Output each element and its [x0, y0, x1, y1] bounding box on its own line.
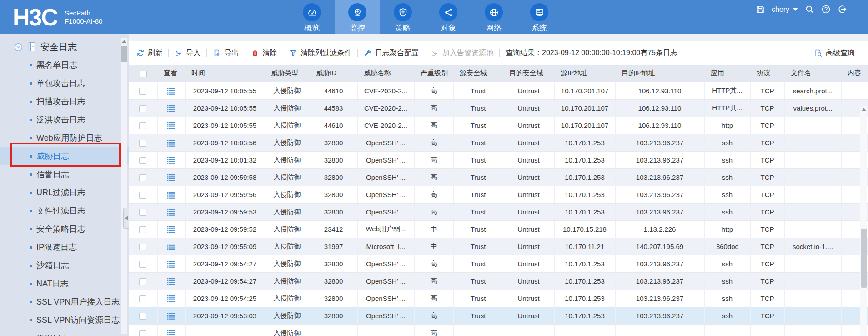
sidebar-item-reputation-log[interactable]: 信誉日志 — [0, 165, 129, 183]
sidebar-item-ssl-vpn-resource-access-log[interactable]: SSL VPN访问资源日志 — [0, 311, 129, 329]
view-details-button[interactable] — [167, 105, 175, 112]
row-checkbox[interactable] — [139, 88, 146, 95]
row-checkbox[interactable] — [139, 330, 146, 336]
tab-policy[interactable]: 策略 — [380, 0, 426, 34]
sidebar-item-flood-attack-log[interactable]: 泛洪攻击日志 — [0, 111, 129, 129]
toolbar-export-button[interactable]: 导出 — [213, 48, 239, 58]
logout-button[interactable] — [838, 5, 847, 14]
view-details-button[interactable] — [167, 261, 175, 268]
table-row[interactable]: 2023-09-12 10:05:55入侵防御44610CVE-2020-2..… — [129, 117, 868, 134]
column-header-dst_zone[interactable]: 目的安全域 — [503, 65, 554, 82]
help-button[interactable] — [821, 5, 831, 14]
row-checkbox[interactable] — [139, 140, 146, 147]
column-header-app[interactable]: 应用 — [704, 65, 750, 82]
view-details-button[interactable] — [167, 88, 175, 95]
view-details-button[interactable] — [167, 278, 175, 285]
view-details-button[interactable] — [167, 226, 175, 233]
column-header-file[interactable]: 文件名 — [784, 65, 841, 82]
collapse-circle-icon[interactable] — [14, 42, 23, 52]
view-details-button[interactable] — [167, 192, 175, 199]
view-details-button[interactable] — [167, 140, 175, 147]
table-row[interactable]: 2023-09-12 09:59:56入侵防御32800OpenSSH’ ...… — [129, 186, 868, 203]
row-checkbox[interactable] — [139, 226, 146, 233]
scroll-up-arrow-icon[interactable] — [862, 108, 866, 111]
user-menu[interactable]: chery — [772, 5, 798, 14]
toolbar-clear-column-filter-button[interactable]: 清除列过滤条件 — [289, 48, 351, 58]
save-config-button[interactable] — [756, 5, 765, 14]
table-row[interactable]: 2023-09-12 10:01:32入侵防御32800OpenSSH’ ...… — [129, 151, 868, 168]
column-header-view[interactable]: 查看 — [157, 65, 185, 82]
column-header-tid[interactable]: 威胁ID — [310, 65, 357, 82]
tab-network[interactable]: 网络 — [471, 0, 517, 34]
column-header-proto[interactable]: 协议 — [750, 65, 784, 82]
column-header-dst_ip[interactable]: 目的IP地址 — [615, 65, 704, 82]
view-details-button[interactable] — [167, 244, 175, 250]
table-row[interactable]: 2023-09-12 09:53:03入侵防御32800OpenSSH’ ...… — [129, 307, 868, 324]
table-scrollbar[interactable] — [860, 106, 867, 336]
view-details-button[interactable] — [167, 313, 175, 320]
row-checkbox[interactable] — [139, 295, 146, 302]
toolbar-refresh-button[interactable]: 刷新 — [136, 48, 162, 58]
toolbar-add-to-alarm-pool-button[interactable]: 加入告警资源池 — [431, 48, 493, 58]
scrollbar-thumb[interactable] — [121, 46, 127, 62]
table-row[interactable]: 2023-09-12 09:54:27入侵防御32800OpenSSH’ ...… — [129, 272, 868, 290]
table-row[interactable]: 2023-09-12 10:05:55入侵防御44610CVE-2020-2..… — [129, 82, 868, 99]
scrollbar-thumb[interactable] — [861, 229, 867, 288]
table-row[interactable]: 2023-09-12 09:55:09入侵防御31997Microsoft_I.… — [129, 238, 868, 255]
scroll-up-arrow-icon[interactable] — [122, 40, 126, 43]
column-header-type[interactable]: 威胁类型 — [265, 65, 310, 82]
view-details-button[interactable] — [167, 157, 175, 164]
table-row[interactable]: 2023-09-12 10:03:56入侵防御32800OpenSSH’ ...… — [129, 134, 868, 151]
column-header-time[interactable]: 时间 — [185, 65, 265, 82]
table-row[interactable]: 2023-09-12 09:59:53入侵防御32800OpenSSH’ ...… — [129, 203, 868, 220]
toolbar-log-aggregation-config-button[interactable]: 日志聚合配置 — [364, 48, 419, 58]
toolbar-import-button[interactable]: 导入 — [175, 48, 201, 58]
tab-objects[interactable]: 对象 — [426, 0, 471, 34]
select-all-checkbox[interactable] — [140, 71, 147, 77]
row-checkbox[interactable] — [139, 192, 146, 199]
row-checkbox[interactable] — [139, 105, 146, 112]
row-checkbox[interactable] — [139, 174, 146, 181]
view-details-button[interactable] — [167, 295, 175, 302]
table-row[interactable]: 2023-09-12 09:54:27入侵防御32800OpenSSH’ ...… — [129, 255, 868, 272]
column-header-src_zone[interactable]: 源安全域 — [453, 65, 503, 82]
row-checkbox[interactable] — [139, 157, 146, 164]
tab-monitor[interactable]: 监控 — [335, 0, 380, 34]
tab-system[interactable]: 系统 — [517, 0, 562, 34]
table-row[interactable]: 入侵防御高 — [129, 324, 868, 336]
row-checkbox[interactable] — [139, 278, 146, 285]
row-checkbox[interactable] — [139, 122, 146, 129]
sidebar-item-nat-log[interactable]: NAT日志 — [0, 275, 129, 293]
sidebar-item-ssl-vpn-user-access-log[interactable]: SSL VPN用户接入日志 — [0, 293, 129, 311]
sidebar-item-url-filter-log[interactable]: URL过滤日志 — [0, 183, 129, 202]
sidebar-item-scan-attack-log[interactable]: 扫描攻击日志 — [0, 92, 129, 111]
toolbar-clear-button[interactable]: 清除 — [251, 48, 277, 58]
sidebar-item-single-packet-attack-log[interactable]: 单包攻击日志 — [0, 74, 129, 92]
column-header-severity[interactable]: 严重级别 — [414, 65, 453, 82]
row-checkbox[interactable] — [139, 244, 146, 250]
view-details-button[interactable] — [167, 330, 175, 336]
tab-overview[interactable]: 概览 — [289, 0, 335, 34]
search-button[interactable] — [805, 5, 814, 14]
sidebar-group-security-logs[interactable]: 安全日志 — [0, 38, 129, 56]
sidebar-item-threat-log[interactable]: 威胁日志 — [0, 147, 129, 165]
view-details-button[interactable] — [167, 209, 175, 216]
sidebar-item-blacklist-log[interactable]: 黑名单日志 — [0, 56, 129, 74]
table-row[interactable]: 2023-09-12 09:54:25入侵防御32800OpenSSH’ ...… — [129, 290, 868, 307]
sidebar-scrollbar[interactable] — [121, 38, 127, 334]
table-row[interactable]: 2023-09-12 09:59:58入侵防御32800OpenSSH’ ...… — [129, 168, 868, 186]
row-checkbox[interactable] — [139, 209, 146, 216]
advanced-query-button[interactable]: 高级查询 — [814, 48, 855, 58]
column-header-content[interactable]: 内容 — [841, 65, 868, 82]
sidebar-item-file-filter-log[interactable]: 文件过滤日志 — [0, 202, 129, 220]
column-header-src_ip[interactable]: 源IP地址 — [554, 65, 615, 82]
view-details-button[interactable] — [167, 174, 175, 181]
row-checkbox[interactable] — [139, 313, 146, 320]
column-header-name[interactable]: 威胁名称 — [357, 65, 414, 82]
sidebar-item-ip-rate-limit-log[interactable]: IP限速日志 — [0, 238, 129, 256]
table-row[interactable]: 2023-09-12 09:59:52入侵防御23412Web用户弱...中Tr… — [129, 220, 868, 238]
table-row[interactable]: 2023-09-12 10:05:55入侵防御44583CVE-2020-2..… — [129, 99, 868, 117]
sidebar-collapse-handle[interactable] — [123, 208, 129, 229]
sidebar-item-security-policy-log[interactable]: 安全策略日志 — [0, 220, 129, 238]
sidebar-item-terminal-log[interactable]: 终端日志 — [0, 329, 129, 336]
